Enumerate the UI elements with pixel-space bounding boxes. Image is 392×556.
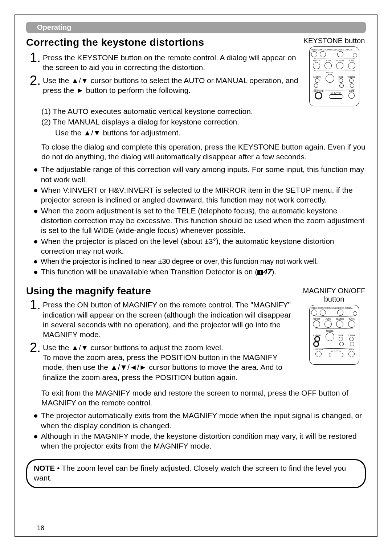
keystone-sub-1: (1) The AUTO executes automatic vertical… — [26, 106, 366, 116]
remote-btn-page-down — [339, 83, 344, 88]
bullet: ●The projector automatically exits from … — [26, 410, 366, 430]
keystone-heading: Correcting the keystone distortions — [26, 37, 299, 48]
remote-illustration-magnify: VIDEO COMPUTER MY SOURCE/ DOC.CAMERA ASP… — [309, 305, 359, 365]
magnify-button-label: MAGNIFY ON/OFF button — [302, 287, 366, 303]
keystone-sub-2b: Use the ▲/▼ buttons for adjustment. — [26, 128, 366, 138]
remote-btn-blank — [348, 320, 355, 328]
remote-btn-mybutton — [329, 353, 343, 357]
remote-btn-volume-up — [349, 337, 354, 341]
keystone-close-para: To close the dialog and complete this op… — [26, 142, 366, 162]
remote-btn-freeze — [326, 74, 334, 83]
magnify-heading: Using the magnify feature — [26, 285, 299, 297]
remote-btn-page-up — [339, 78, 343, 83]
remote-illustration-keystone: VIDEO COMPUTER MY SOURCE/ DOC.CAMERA ASP… — [309, 46, 359, 106]
remote-btn-magnify-off — [314, 342, 318, 346]
bullet: ●When the projector is placed on the lev… — [26, 236, 366, 256]
remote-btn-video — [311, 51, 317, 57]
remote-btn-magnify-on — [315, 337, 319, 341]
remote-btn-mybutton — [329, 94, 343, 99]
remote-btn-search — [336, 320, 343, 328]
magnify-step-2: 2. Use the ▲/▼ cursor buttons to adjust … — [26, 341, 299, 382]
bullet: ●Although in the MAGNIFY mode, the keyst… — [26, 431, 366, 451]
remote-btn-magnify-off — [314, 83, 318, 88]
bullet: ●When the zoom adjustment is set to the … — [26, 206, 366, 236]
keystone-button-label: KEYSTONE button — [302, 37, 366, 45]
remote-btn-computer — [320, 51, 326, 57]
remote-btn-page-down — [339, 342, 344, 346]
step-text: Use the ▲/▼ cursor buttons to select the… — [43, 74, 299, 95]
note-label: NOTE — [34, 464, 55, 472]
page-number: 18 — [37, 524, 44, 532]
remote-btn-keystone — [315, 351, 322, 357]
remote-btn-mute — [348, 351, 355, 357]
remote-btn-mysource — [337, 51, 343, 57]
remote-btn-mysource — [337, 310, 343, 316]
remote-btn-computer — [320, 310, 326, 316]
step-text: Press the ON button of MAGNIFY on the re… — [43, 298, 299, 339]
remote-btn-search — [336, 62, 343, 69]
book-icon — [257, 270, 263, 275]
remote-btn-keystone — [315, 93, 322, 99]
remote-btn-auto — [324, 320, 332, 328]
remote-btn-blank — [348, 62, 355, 69]
step-text: Use the ▲/▼ cursor buttons to adjust the… — [43, 341, 299, 382]
bullet: ●The adjustable range of this correction… — [26, 164, 366, 184]
section-header: Operating — [26, 22, 366, 33]
magnify-step-1: 1. Press the ON button of MAGNIFY on the… — [26, 298, 299, 339]
keystone-step-2: 2. Use the ▲/▼ cursor buttons to select … — [26, 74, 299, 95]
note-box: NOTE • The zoom level can be finely adju… — [26, 459, 366, 488]
remote-btn-video — [311, 310, 317, 316]
step-text: Press the KEYSTONE button on the remote … — [43, 51, 299, 73]
remote-btn-aspect — [313, 320, 320, 328]
magnify-exit-para: To exit from the MAGNIFY mode and restor… — [26, 388, 366, 408]
bullet: ●When V:INVERT or H&V:INVERT is selected… — [26, 185, 366, 205]
keystone-step-1: 1. Press the KEYSTONE button on the remo… — [26, 51, 299, 73]
remote-btn-magnify-on — [315, 78, 319, 83]
remote-btn-freeze — [326, 332, 334, 341]
remote-btn-volume-down — [350, 83, 354, 88]
remote-btn-volume-up — [349, 78, 354, 83]
bullet: ●When the projector is inclined to near … — [26, 257, 366, 266]
remote-btn-page-up — [339, 337, 343, 341]
remote-btn-mute — [348, 93, 355, 99]
remote-btn-aspect — [313, 62, 320, 69]
keystone-sub-2a: (2) The MANUAL displays a dialog for key… — [26, 117, 366, 127]
note-text: • The zoom level can be finely adjusted.… — [34, 464, 346, 482]
remote-btn-volume-down — [350, 342, 354, 346]
bullet-with-ref: ●This function will be unavailable when … — [26, 267, 366, 277]
remote-btn-power — [353, 53, 357, 57]
remote-btn-auto — [324, 62, 332, 69]
remote-btn-power — [353, 311, 357, 316]
